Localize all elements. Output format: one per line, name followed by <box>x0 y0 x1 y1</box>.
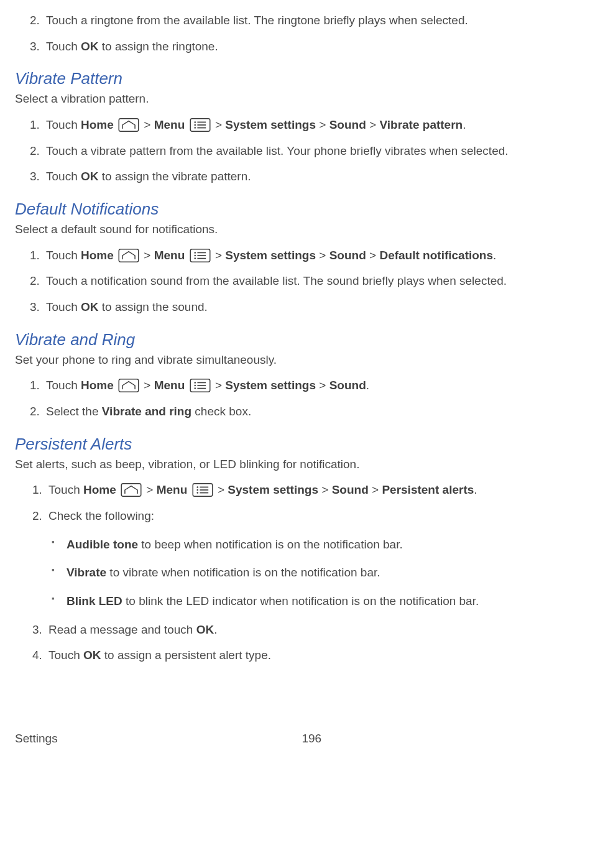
text-run: check box. <box>191 405 251 418</box>
text-run: . <box>214 623 217 636</box>
menu-icon <box>190 379 211 392</box>
text-run: Touch <box>46 40 81 53</box>
list-number: 3. <box>30 169 40 185</box>
text-run: > <box>212 379 226 392</box>
list-item: 2.Touch a notification sound from the av… <box>46 273 591 289</box>
svg-point-2 <box>194 121 196 123</box>
text-run <box>116 483 119 496</box>
list-number: 2. <box>30 404 40 420</box>
list-number: 3. <box>30 39 40 55</box>
home-icon <box>118 118 139 132</box>
footer-section-name: Settings <box>15 731 58 747</box>
bold-text: Audible tone <box>67 538 138 551</box>
numbered-list: 2.Touch a ringtone from the available li… <box>15 12 591 54</box>
bold-text: Home <box>81 118 114 131</box>
bold-text: OK <box>81 170 99 183</box>
text-run: Touch a ringtone from the available list… <box>46 14 468 27</box>
svg-point-30 <box>196 492 198 494</box>
footer-page-number: 196 <box>58 731 591 747</box>
list-number: 2. <box>32 508 42 524</box>
bold-text: OK <box>196 623 214 636</box>
list-item: 1.Touch Home > Menu > System settings > … <box>46 117 591 133</box>
section-intro: Set alerts, such as beep, vibration, or … <box>15 456 591 473</box>
text-run <box>187 483 190 496</box>
text-run: . <box>493 249 496 262</box>
text-run: Touch a notification sound from the avai… <box>46 274 507 287</box>
section-heading: Default Notifications <box>15 198 591 220</box>
section-intro: Select a vibration pattern. <box>15 91 591 107</box>
text-run: > <box>316 379 329 392</box>
bold-text: System settings <box>228 483 318 496</box>
svg-point-26 <box>196 486 198 488</box>
svg-rect-24 <box>121 484 141 497</box>
list-item: 2.Touch a vibrate pattern from the avail… <box>46 143 591 159</box>
svg-rect-8 <box>119 249 139 262</box>
page-footer: Settings 196 <box>15 731 591 747</box>
bold-text: Home <box>81 249 114 262</box>
text-run: > <box>366 249 380 262</box>
bold-text: System settings <box>225 249 316 262</box>
svg-point-22 <box>194 388 196 390</box>
text-run: > <box>316 118 329 131</box>
menu-icon <box>190 118 211 132</box>
svg-point-10 <box>194 252 196 254</box>
text-run <box>185 118 188 131</box>
numbered-list: 1.Touch Home > Menu > System settings > … <box>15 482 591 663</box>
text-run: > <box>366 118 380 131</box>
text-run: Touch <box>46 300 81 313</box>
text-run <box>185 249 188 262</box>
list-number: 1. <box>30 117 40 133</box>
text-run: to vibrate when notification is on the n… <box>106 566 380 579</box>
svg-rect-16 <box>119 379 139 392</box>
svg-point-28 <box>196 489 198 491</box>
text-run: to assign the ringtone. <box>98 40 218 53</box>
list-item: 3.Touch OK to assign the vibrate pattern… <box>46 169 591 185</box>
list-number: 3. <box>30 299 40 315</box>
text-run: Touch a vibrate pattern from the availab… <box>46 144 509 157</box>
text-run: to assign the sound. <box>98 300 207 313</box>
section-intro: Set your phone to ring and vibrate simul… <box>15 352 591 368</box>
text-run: > <box>318 483 332 496</box>
list-item: 3.Touch OK to assign the ringtone. <box>46 39 591 55</box>
bold-text: Sound <box>332 483 369 496</box>
bold-text: OK <box>81 40 99 53</box>
bold-text: OK <box>81 300 99 313</box>
numbered-list: 1.Touch Home > Menu > System settings > … <box>15 377 591 419</box>
bold-text: Home <box>81 379 114 392</box>
text-run: to assign the vibrate pattern. <box>98 170 251 183</box>
list-number: 2. <box>30 273 40 289</box>
text-run: > <box>369 483 382 496</box>
section-heading: Persistent Alerts <box>15 433 591 455</box>
list-item: 2.Select the Vibrate and ring check box. <box>46 404 591 420</box>
list-number: 1. <box>30 247 40 264</box>
list-item: Audible tone to beep when notification i… <box>67 537 591 553</box>
svg-point-14 <box>194 257 196 259</box>
list-item: 2.Check the following:Audible tone to be… <box>48 508 591 609</box>
bold-text: Blink LED <box>67 594 122 607</box>
text-run: Touch <box>46 170 81 183</box>
text-run: . <box>474 483 477 496</box>
svg-rect-0 <box>119 119 139 132</box>
menu-icon <box>190 249 211 262</box>
text-run: > <box>212 249 226 262</box>
text-run: to assign a persistent alert type. <box>101 649 271 662</box>
bold-text: Vibrate <box>67 566 106 579</box>
bold-text: Menu <box>154 249 185 262</box>
list-number: 3. <box>32 622 42 638</box>
list-item: 4.Touch OK to assign a persistent alert … <box>48 647 591 663</box>
list-item: 2.Touch a ringtone from the available li… <box>46 12 591 29</box>
list-item: 1.Touch Home > Menu > System settings > … <box>46 247 591 264</box>
list-item: 3.Touch OK to assign the sound. <box>46 299 591 315</box>
numbered-list: 1.Touch Home > Menu > System settings > … <box>15 117 591 185</box>
home-icon <box>118 379 139 392</box>
list-number: 1. <box>30 377 40 394</box>
text-run: Check the following: <box>48 509 154 522</box>
text-run <box>114 249 117 262</box>
bold-text: Sound <box>329 118 366 131</box>
section-heading: Vibrate Pattern <box>15 68 591 90</box>
text-run: > <box>214 483 228 496</box>
svg-point-6 <box>194 127 196 129</box>
text-run: Touch <box>48 649 83 662</box>
bold-text: Menu <box>157 483 188 496</box>
text-run: > <box>140 379 154 392</box>
